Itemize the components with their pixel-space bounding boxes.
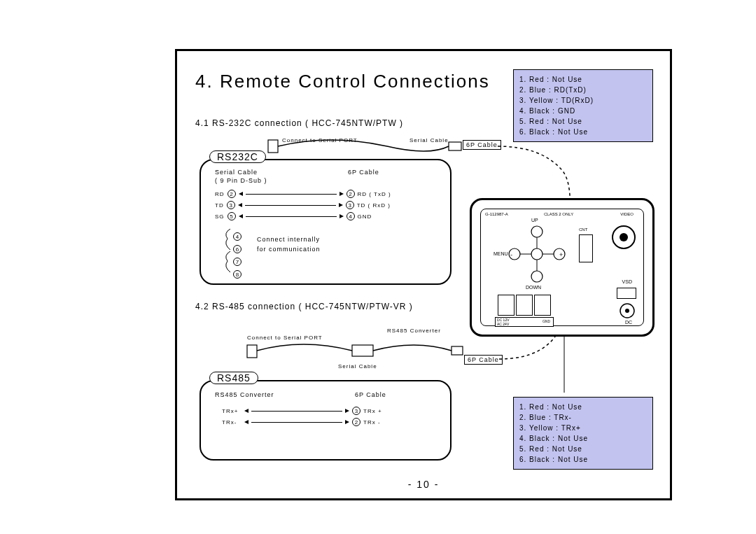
legend-rs485: 1. Red : Not Use 2. Blue : TRx- 3. Yello… [513,397,653,470]
device-ac-bot: AC 24V [497,322,509,326]
page-title: 4. Remote Control Connections [195,71,490,92]
pin-number-icon: 4 [233,232,241,241]
arrow-right-icon [339,203,343,207]
pin-label: TRx + [363,408,382,414]
svg-rect-3 [247,345,257,358]
legend-row: 1. Red : Not Use [519,402,647,412]
serial-cable-label: Serial Cable [410,137,449,143]
internal-note-b: for communication [257,246,321,253]
arrow-right-icon [345,409,349,413]
pin-number-icon: 5 [227,212,236,220]
connection-line [246,194,337,195]
page-number: - 10 - [177,479,670,490]
pin-number-icon: 2 [346,190,355,198]
device-video-label: VIDEO [620,212,634,216]
subtitle-rs485: 4.2 RS-485 connection ( HCC-745NTW/PTW-V… [195,302,413,311]
pin-label: TRx- [222,419,241,426]
device-dc: DC [625,320,632,325]
pin-row: RD 2 2 RD ( TxD ) [215,190,391,198]
rs232c-tab: RS232C [209,150,266,163]
rs485-box: RS485 RS485 Converter 6P Cable TRx+ 3 TR… [200,380,451,461]
cable-6p-label-2: 6P Cable [464,355,503,365]
terminal-block [534,295,551,316]
pin-number-icon: 3 [227,201,235,209]
legend-row: 6. Black : Not Use [519,127,647,137]
pointer-line-icon [561,337,568,397]
legend-rs232c: 1. Red : Not Use 2. Blue : RD(TxD) 3. Ye… [513,69,653,142]
pin-number-icon: 7 [233,258,241,266]
svg-point-8 [531,271,542,282]
svg-point-11 [531,248,542,260]
arrow-left-icon [244,409,248,413]
device-gnd: GND [542,319,550,323]
legend-row: 1. Red : Not Use [519,74,647,85]
device-board-id: G-112987-A [485,212,508,216]
pin-number-icon: 3 [352,407,360,415]
pin-label: GND [358,213,372,220]
svg-rect-0 [268,140,278,153]
pin-number-icon: 6 [233,245,241,253]
pin-row: TRx- 2 TRx - [222,418,382,426]
device-menu: MENU [493,251,508,256]
rs232c-col-left-h: Serial Cable [215,169,258,176]
arrow-right-icon [340,192,344,196]
terminal-label-strip: DC 12V AC 24V GND [495,317,554,327]
legend-row: 5. Red : Not Use [519,444,647,454]
arrow-left-icon [238,203,242,207]
legend-row: 4. Black : Not Use [519,433,647,444]
arrow-right-icon [345,420,349,424]
rs485-col-left-h: RS485 Converter [215,391,274,398]
pin-label: TD ( RxD ) [357,202,391,209]
arrow-left-icon [244,420,248,424]
connection-line [245,205,336,206]
bnc-icon [610,223,638,251]
dc-jack-icon [620,303,635,318]
pin-label: RD ( TxD ) [358,191,391,197]
legend-row: 2. Blue : RD(TxD) [519,85,647,95]
svg-rect-1 [449,142,461,150]
pin-row: SG 5 4 GND [215,212,391,220]
svg-rect-4 [352,345,373,356]
device-cnt: CNT [579,227,587,232]
device-class-label: CLASS 2 ONLY [544,212,573,216]
device-back-panel: G-112987-A CLASS 2 ONLY VIDEO UP DOWN ME… [470,198,654,337]
legend-row: 6. Black : Not Use [519,454,647,465]
svg-point-7 [531,226,542,237]
pin-label: RD [215,191,225,197]
arrow-left-icon [239,214,243,218]
pin-number-icon: 2 [352,418,360,426]
brace-icon [222,229,232,272]
arrow-left-icon [239,192,243,196]
terminal-block [516,295,533,316]
connection-line [251,422,342,423]
serial-cable-label-2: Serial Cable [338,363,377,370]
internal-note-a: Connect internally [257,236,320,243]
pin-number-icon: 4 [346,212,355,220]
legend-row: 3. Yellow : TRx+ [519,423,647,433]
legend-row: 4. Black : GND [519,106,647,116]
page-border: 4. Remote Control Connections 4.1 RS-232… [175,49,672,500]
rs485-col-right-h: 6P Cable [355,391,386,398]
svg-point-19 [625,309,629,313]
rs485-tab: RS485 [209,372,258,384]
rs232c-col-right-h: 6P Cable [348,169,379,176]
rs485-converter-label: RS485 Converter [387,328,441,334]
pin-number-icon: 2 [227,190,236,198]
cable-6p-label: 6P Cable [463,140,501,150]
pin-label: TRx - [363,419,381,426]
terminal-block [498,295,514,316]
legend-row: 5. Red : Not Use [519,116,647,127]
arrow-right-icon [340,214,344,218]
svg-rect-5 [451,346,463,355]
device-plus: + [559,251,563,258]
device-down: DOWN [526,285,541,290]
rs232c-box: RS232C Serial Cable ( 9 Pin D-Sub ) 6P C… [200,159,451,285]
pin-row: TRx+ 3 TRx + [222,407,382,415]
pin-row: TD 3 3 TD ( RxD ) [215,201,391,209]
connect-serial-label: Connect to Serial PORT [282,137,358,143]
cnt-port [579,234,593,262]
device-minus: - [510,251,512,258]
pin-label: TRx+ [222,408,241,414]
rs232c-col-left-sub: ( 9 Pin D-Sub ) [215,177,267,184]
connection-line [246,216,337,217]
